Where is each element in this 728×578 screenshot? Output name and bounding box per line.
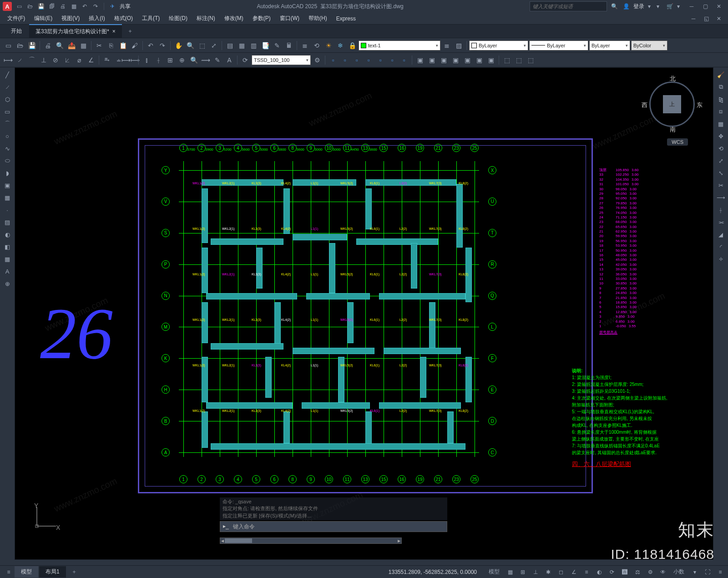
cut-icon[interactable]: ✂ <box>94 40 105 51</box>
modelspace-toggle[interactable]: 模型 <box>486 568 502 576</box>
saveas-icon[interactable]: 🗐 <box>47 2 56 11</box>
lock-icon[interactable]: 🔒 <box>347 40 358 51</box>
maximize-icon[interactable]: ▢ <box>699 1 712 11</box>
ellipse-icon[interactable]: ⬭ <box>2 155 13 166</box>
share-label[interactable]: 共享 <box>120 3 131 10</box>
sheet-icon[interactable]: ▦ <box>78 40 89 51</box>
customize-icon[interactable]: ▾ <box>690 567 700 577</box>
annovisibility-icon[interactable]: 👁 <box>658 567 668 577</box>
match-icon[interactable]: 🖌 <box>129 40 140 51</box>
scale-icon[interactable]: ⤢ <box>715 155 726 166</box>
line-icon[interactable]: ╱ <box>2 69 13 80</box>
color-dropdown[interactable]: ByLayer▾ <box>469 41 528 51</box>
new-tab-button[interactable]: ＋ <box>123 25 137 38</box>
menu-dimension[interactable]: 标注(N) <box>192 13 220 24</box>
dimstyle-icon[interactable]: ⚙ <box>312 55 323 66</box>
point-icon[interactable]: · <box>2 204 13 215</box>
doc-close-icon[interactable]: ✕ <box>713 14 725 24</box>
plot-style-dropdown[interactable]: ByColor▾ <box>631 41 667 51</box>
dim-radius-icon[interactable]: ⊘ <box>50 55 61 66</box>
polygon-icon[interactable]: ⬡ <box>2 94 13 105</box>
tab-close-icon[interactable]: × <box>112 28 116 35</box>
blue-4-icon[interactable]: ▫ <box>363 55 374 66</box>
dim-ord-icon[interactable]: ⊥ <box>38 55 49 66</box>
ellipse-arc-icon[interactable]: ◗ <box>2 167 13 178</box>
ref-2-icon[interactable]: ▣ <box>426 55 437 66</box>
save-doc-icon[interactable]: 💾 <box>26 40 37 51</box>
ortho-toggle-icon[interactable]: ⊥ <box>531 567 541 577</box>
rotate-icon[interactable]: ⟲ <box>715 143 726 154</box>
arc-icon[interactable]: ⌒ <box>2 118 13 129</box>
search-icon[interactable]: 🔍 <box>610 2 619 11</box>
web-icon[interactable]: 🖨 <box>58 2 67 11</box>
spline-icon[interactable]: ∿ <box>2 143 13 154</box>
dim-jog-icon[interactable]: ⟀ <box>62 55 73 66</box>
snap-toggle-icon[interactable]: ⊞ <box>518 567 528 577</box>
rect-icon[interactable]: ▭ <box>2 106 13 117</box>
blue-3-icon[interactable]: ▫ <box>351 55 362 66</box>
horizontal-scrollbar[interactable]: ◂ ▸ <box>220 537 402 544</box>
offset-icon[interactable]: ⧈ <box>715 106 726 117</box>
insert-icon[interactable]: ▣ <box>2 180 13 191</box>
menu-window[interactable]: 窗口(W) <box>275 13 304 24</box>
open-icon[interactable]: 🗁 <box>25 2 35 11</box>
open-doc-icon[interactable]: 🗁 <box>15 40 25 51</box>
dim-aligned-icon[interactable]: ⟋ <box>15 55 25 66</box>
join-icon[interactable]: ⫘ <box>715 217 726 228</box>
preview-icon[interactable]: 🔍 <box>54 40 65 51</box>
misc-1-icon[interactable]: ⬚ <box>501 55 512 66</box>
dim-continue-icon[interactable]: ⟼⟼ <box>125 55 136 66</box>
cycle-toggle-icon[interactable]: ⟳ <box>607 567 617 577</box>
misc-3-icon[interactable]: ⬚ <box>525 55 536 66</box>
status-menu-icon[interactable]: ≡ <box>715 567 725 577</box>
save-icon[interactable]: 💾 <box>36 2 46 11</box>
compass-north[interactable]: 北 <box>670 75 676 83</box>
layer-dropdown[interactable]: text-1▾ <box>359 41 440 51</box>
units-display[interactable]: 小数 <box>671 568 687 576</box>
stretch-icon[interactable]: ⤡ <box>715 167 726 178</box>
dim-update-icon[interactable]: ⟳ <box>240 55 251 66</box>
wcs-badge[interactable]: WCS <box>667 138 688 146</box>
autodesk-icon[interactable]: ▾ <box>653 2 662 11</box>
login-label[interactable]: 登录 <box>633 3 644 10</box>
tpalette-icon[interactable]: ▥ <box>248 40 259 51</box>
print-icon[interactable]: 🖨 <box>42 40 53 51</box>
dim-break-icon[interactable]: ⟊ <box>153 55 164 66</box>
paste-icon[interactable]: 📋 <box>117 40 128 51</box>
move-icon[interactable]: ✥ <box>715 131 726 142</box>
redo2-icon[interactable]: ↷ <box>157 40 168 51</box>
inspect-icon[interactable]: 🔍 <box>188 55 199 66</box>
dim-quick-icon[interactable]: ⥱ <box>101 55 112 66</box>
pan-icon[interactable]: ✋ <box>173 40 184 51</box>
dimstyle-dropdown[interactable]: TSSD_100_100▾ <box>252 55 311 65</box>
blue-7-icon[interactable]: ▫ <box>399 55 410 66</box>
dim-edit-icon[interactable]: ✎ <box>212 55 223 66</box>
blue-6-icon[interactable]: ▫ <box>387 55 398 66</box>
menu-insert[interactable]: 插入(I) <box>84 13 109 24</box>
pline-icon[interactable]: ⟋ <box>2 81 13 92</box>
compass-south[interactable]: 南 <box>670 126 676 134</box>
menu-draw[interactable]: 绘图(D) <box>164 13 192 24</box>
dim-space-icon[interactable]: ⫿ <box>141 55 152 66</box>
mtext-icon[interactable]: A <box>2 266 13 277</box>
layer-state-icon[interactable]: ≣ <box>441 40 452 51</box>
sun-icon[interactable]: ☀ <box>323 40 334 51</box>
polar-toggle-icon[interactable]: ✱ <box>543 567 553 577</box>
menu-file[interactable]: 文件(F) <box>3 13 30 24</box>
copy-icon[interactable]: ⎘ <box>106 40 116 51</box>
table-icon[interactable]: ▦ <box>2 254 13 264</box>
copy2-icon[interactable]: ⧉ <box>715 81 726 92</box>
menu-modify[interactable]: 修改(M) <box>220 13 248 24</box>
share-icon[interactable]: ✈ <box>108 2 117 11</box>
layer-iso-icon[interactable]: ▨ <box>453 40 464 51</box>
mirror-icon[interactable]: ⧎ <box>715 94 726 105</box>
gradient-icon[interactable]: ◐ <box>2 229 13 240</box>
dim-angular-icon[interactable]: ∠ <box>86 55 96 66</box>
cart-icon[interactable]: 🛒 <box>665 2 674 11</box>
undo2-icon[interactable]: ↶ <box>145 40 156 51</box>
menu-parametric[interactable]: 参数(P) <box>248 13 275 24</box>
dim-tedit-icon[interactable]: A <box>224 55 235 66</box>
zoom-win-icon[interactable]: ⬚ <box>197 40 207 51</box>
dcenter-icon[interactable]: ▦ <box>236 40 247 51</box>
menu-tools[interactable]: 工具(T) <box>137 13 164 24</box>
